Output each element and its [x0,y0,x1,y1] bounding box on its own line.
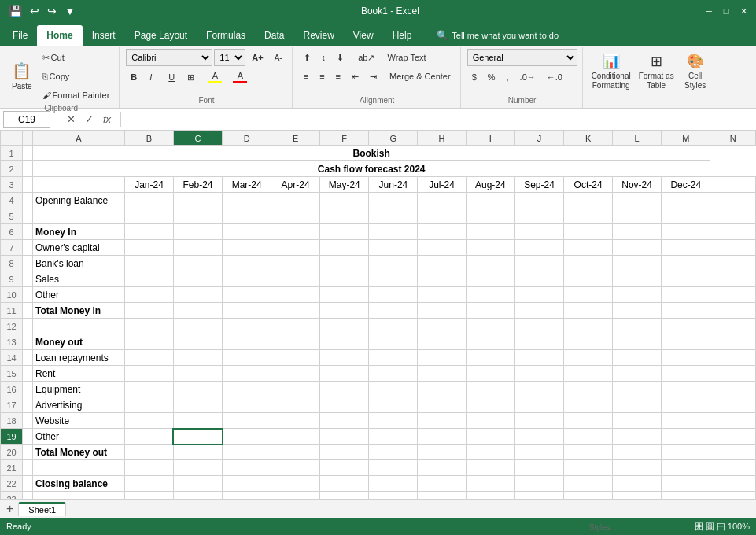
cell-H5[interactable] [418,208,466,224]
cell-J21[interactable] [514,460,563,476]
cell-F19[interactable] [320,429,369,445]
cell-C17[interactable] [173,397,222,413]
cell-H11[interactable] [418,303,466,319]
cell-C13[interactable] [173,334,222,350]
cell-N20[interactable] [710,445,756,460]
cell-D23[interactable] [223,492,271,500]
cell-D6[interactable] [223,224,271,240]
decrease-decimal-button[interactable]: ←.0 [542,68,567,86]
cell-I13[interactable] [466,334,514,350]
cell-N10[interactable] [710,287,756,303]
cell-J19[interactable] [514,429,563,445]
cell-E5[interactable] [271,208,320,224]
cell-H7[interactable] [418,240,466,256]
col-header-H[interactable]: H [418,131,466,146]
cell-M21[interactable] [662,460,710,476]
underline-button[interactable]: U [164,68,181,86]
cell-B11[interactable] [125,303,174,319]
cell-F12[interactable] [320,319,369,334]
cell-J10[interactable] [514,287,563,303]
cut-button[interactable]: ✂ Cut [38,49,115,66]
cell-M6[interactable] [662,224,710,240]
cell-L20[interactable] [612,445,661,460]
cell-D7[interactable] [223,240,271,256]
cell-L15[interactable] [612,366,661,382]
cell-M17[interactable] [662,397,710,413]
cell-I18[interactable] [466,413,514,429]
cell-F15[interactable] [320,366,369,382]
cell-M7[interactable] [662,240,710,256]
cell-K9[interactable] [564,271,613,287]
cell-L22[interactable] [612,476,661,492]
cell-K15[interactable] [564,366,613,382]
cell-A5[interactable] [32,208,124,224]
tab-formulas[interactable]: Formulas [197,25,255,46]
cell-J22[interactable] [514,476,563,492]
cell-G13[interactable] [369,334,418,350]
cell-M15[interactable] [662,366,710,382]
cell-L10[interactable] [612,287,661,303]
cell-B20[interactable] [125,445,174,460]
cell-J6[interactable] [514,224,563,240]
cell-E12[interactable] [271,319,320,334]
tab-file[interactable]: File [3,25,37,46]
col-header-I[interactable]: I [466,131,514,146]
cell-reference-input[interactable] [3,111,50,128]
align-center-button[interactable]: ≡ [315,68,329,85]
cell-B19[interactable] [125,429,174,445]
cell-G15[interactable] [369,366,418,382]
cell-E19[interactable] [271,429,320,445]
cell-J12[interactable] [514,319,563,334]
percent-button[interactable]: % [483,68,500,86]
align-middle-button[interactable]: ↕ [317,49,331,66]
cell-A22[interactable]: Closing balance [32,476,124,492]
cell-J16[interactable] [514,382,563,397]
number-format-select[interactable]: General [467,49,577,66]
cell-B18[interactable] [125,413,174,429]
align-right-button[interactable]: ≡ [331,68,345,85]
cell-N11[interactable] [710,303,756,319]
cell-C23[interactable] [173,492,222,500]
cell-I4[interactable] [466,193,514,208]
redo-btn[interactable]: ↪ [45,5,59,17]
cell-C14[interactable] [173,350,222,366]
cell-F22[interactable] [320,476,369,492]
cell-D13[interactable] [223,334,271,350]
cell-L16[interactable] [612,382,661,397]
cell-L23[interactable] [612,492,661,500]
cell-I23[interactable] [466,492,514,500]
tab-help[interactable]: Help [383,25,422,46]
cell-F4[interactable] [320,193,369,208]
cell-I17[interactable] [466,397,514,413]
cell-D18[interactable] [223,413,271,429]
cell-E22[interactable] [271,476,320,492]
cell-B4[interactable] [125,193,174,208]
cell-C3[interactable]: Feb-24 [173,177,222,193]
cell-I5[interactable] [466,208,514,224]
cell-M10[interactable] [662,287,710,303]
cell-C18[interactable] [173,413,222,429]
cell-L12[interactable] [612,319,661,334]
cell-I14[interactable] [466,350,514,366]
cell-M5[interactable] [662,208,710,224]
cell-M19[interactable] [662,429,710,445]
cell-M14[interactable] [662,350,710,366]
cell-L9[interactable] [612,271,661,287]
cell-J8[interactable] [514,256,563,271]
cell-H8[interactable] [418,256,466,271]
cell-A4[interactable]: Opening Balance [32,193,124,208]
cell-E16[interactable] [271,382,320,397]
save-btn[interactable]: 💾 [6,5,24,17]
cell-A12[interactable] [32,319,124,334]
cell-A2[interactable]: Cash flow forecast 2024 [32,161,710,177]
cell-G18[interactable] [369,413,418,429]
cell-K7[interactable] [564,240,613,256]
cell-B17[interactable] [125,397,174,413]
font-size-select[interactable]: 11 [214,49,245,66]
cell-A8[interactable]: Bank's loan [32,256,124,271]
cell-I9[interactable] [466,271,514,287]
increase-font-button[interactable]: A+ [247,49,267,66]
cell-B14[interactable] [125,350,174,366]
cell-H14[interactable] [418,350,466,366]
cell-F6[interactable] [320,224,369,240]
